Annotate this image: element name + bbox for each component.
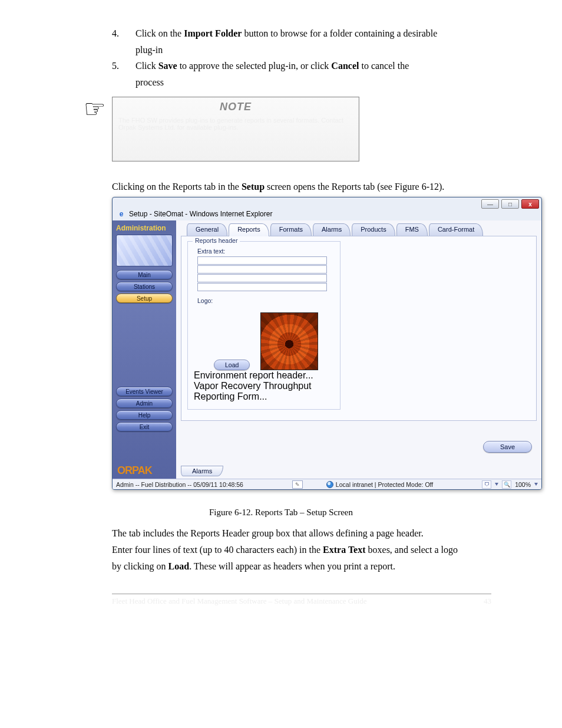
footer-left: Fleet Head Office and Fuel Management So…: [112, 597, 367, 606]
para-line-2: Enter four lines of text (up to 40 chara…: [112, 543, 527, 556]
brand-logo: ORPAK: [115, 463, 174, 477]
sidebar-item-events-viewer[interactable]: Events Viewer: [116, 387, 173, 396]
step-num-4: 4.: [112, 27, 135, 40]
tab-reports[interactable]: Reports: [229, 223, 269, 236]
window-title: Setup - SiteOmat - Windows Internet Expl…: [129, 210, 272, 218]
step-4-line2: plug-in: [135, 44, 527, 57]
save-button[interactable]: Save: [483, 441, 532, 453]
tab-fms[interactable]: FMS: [396, 223, 428, 236]
sidebar-item-admin[interactable]: Admin: [116, 398, 173, 408]
extra-text-input-1[interactable]: [197, 256, 327, 265]
sidebar-item-main[interactable]: Main: [116, 270, 173, 279]
step-5-line2: process: [135, 76, 527, 89]
sidebar-title: Administration: [113, 222, 176, 233]
footer-right: 43: [484, 597, 491, 606]
globe-icon: [326, 481, 333, 488]
sidebar-item-help[interactable]: Help: [116, 410, 173, 420]
environment-report-header-button[interactable]: Environment report header...: [194, 370, 334, 381]
zoom-icon[interactable]: 🔍: [502, 480, 511, 489]
window-close-button[interactable]: x: [521, 199, 539, 209]
note-body: The FHO SW provides plug-ins to generate…: [118, 113, 353, 131]
step-5-line1: Click Save to approve the selected plug-…: [135, 60, 527, 73]
sidebar-item-exit[interactable]: Exit: [116, 422, 173, 431]
window-maximize-button[interactable]: □: [501, 199, 519, 209]
setup-tabbar: General Reports Formats Alarms Products …: [176, 220, 541, 236]
figure-caption: Figure 6-12. Reports Tab – Setup Screen: [35, 508, 527, 518]
zoom-value: 100%: [515, 481, 531, 488]
vapor-recovery-button[interactable]: Vapor Recovery Throughput Reporting Form…: [194, 381, 334, 402]
sidebar-item-stations[interactable]: Stations: [116, 282, 173, 291]
tab-products[interactable]: Products: [352, 223, 395, 236]
note-callout: NOTE The FHO SW provides plug-ins to gen…: [112, 97, 359, 162]
logo-label: Logo:: [197, 297, 334, 304]
extra-text-label: Extra text:: [197, 248, 334, 255]
load-button[interactable]: Load: [214, 360, 250, 370]
window-minimize-button[interactable]: —: [481, 199, 499, 209]
zoom-dropdown-icon[interactable]: [534, 483, 538, 486]
para-line-3: by clicking on Load. These will appear a…: [112, 560, 527, 573]
status-zone: Local intranet | Protected Mode: Off: [326, 481, 433, 488]
extra-text-input-4[interactable]: [197, 283, 327, 291]
app-window: — □ x e Setup - SiteOmat - Windows Inter…: [112, 197, 542, 490]
fieldset-legend: Reports header: [193, 237, 240, 244]
logo-preview-image: [260, 312, 318, 370]
step-num-5: 5.: [112, 60, 135, 73]
step-4-line1: Click on the Import Folder button to bro…: [135, 27, 527, 40]
tab-formats[interactable]: Formats: [270, 223, 312, 236]
main-pane: General Reports Formats Alarms Products …: [176, 220, 541, 479]
bottom-tab-alarms[interactable]: Alarms: [181, 466, 223, 476]
section-number: 6.2.7.2: [112, 167, 138, 178]
status-bar: Admin -- Fuel Distribution -- 05/09/11 1…: [113, 479, 541, 489]
status-doc-icon: ✎: [292, 480, 303, 489]
tab-alarms[interactable]: Alarms: [313, 223, 351, 236]
para-line-1: The tab includes the Reports Header grou…: [112, 527, 527, 540]
sidebar: Administration Main Stations Setup Event…: [113, 220, 176, 479]
tab-card-format[interactable]: Card-Format: [429, 223, 483, 236]
sidebar-illustration: [116, 235, 173, 266]
tab-general[interactable]: General: [187, 223, 227, 236]
extra-text-input-2[interactable]: [197, 265, 327, 274]
extra-text-input-3[interactable]: [197, 274, 327, 282]
reports-header-fieldset: Reports header Extra text: Logo:: [187, 241, 340, 410]
window-titlebar: e Setup - SiteOmat - Windows Internet Ex…: [113, 209, 541, 220]
page-settings-dropdown-icon[interactable]: [495, 483, 498, 486]
ie-icon: e: [117, 210, 125, 218]
sidebar-item-setup[interactable]: Setup: [116, 294, 173, 303]
section-line: Clicking on the Reports tab in the Setup…: [112, 182, 527, 192]
pointing-hand-icon: ☞: [84, 97, 106, 121]
page-settings-icon[interactable]: ⛉: [482, 480, 491, 489]
status-left-text: Admin -- Fuel Distribution -- 05/09/11 1…: [116, 481, 243, 488]
note-title: NOTE: [118, 101, 353, 113]
reports-panel: Reports header Extra text: Logo:: [181, 236, 537, 421]
